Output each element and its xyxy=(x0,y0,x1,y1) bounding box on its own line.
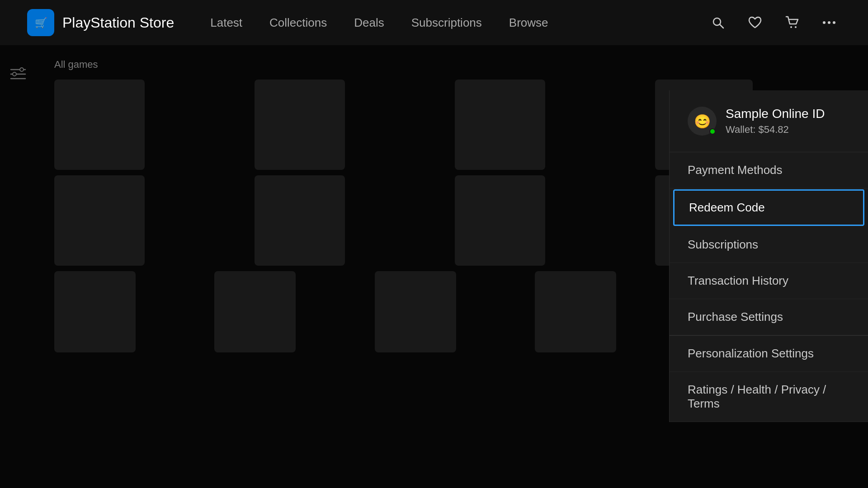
more-icon xyxy=(822,21,836,24)
avatar: 😊 xyxy=(688,107,717,136)
heart-icon xyxy=(748,16,762,29)
header: 🛒 PlayStation Store Latest Collections D… xyxy=(0,0,868,45)
svg-point-6 xyxy=(823,21,826,24)
tab-deals[interactable]: Deals xyxy=(354,12,384,33)
menu-item-redeem-code[interactable]: Redeem Code xyxy=(673,189,864,226)
search-icon xyxy=(711,16,725,29)
svg-point-8 xyxy=(833,21,835,24)
cart-icon xyxy=(785,16,799,29)
search-button[interactable] xyxy=(706,11,730,34)
dropdown-menu: 😊 Sample Online ID Wallet: $54.82 Paymen… xyxy=(669,90,868,422)
user-profile: 😊 Sample Online ID Wallet: $54.82 xyxy=(670,90,868,152)
nav-tabs: Latest Collections Deals Subscriptions B… xyxy=(210,12,706,33)
ps-logo: 🛒 xyxy=(27,9,54,36)
menu-item-purchase-settings[interactable]: Purchase Settings xyxy=(670,299,868,335)
more-button[interactable] xyxy=(817,11,841,34)
logo-area: 🛒 PlayStation Store xyxy=(27,9,174,36)
menu-item-transaction-history[interactable]: Transaction History xyxy=(670,263,868,299)
tab-browse[interactable]: Browse xyxy=(509,12,548,33)
svg-line-3 xyxy=(720,24,723,28)
svg-point-4 xyxy=(790,26,792,28)
tab-subscriptions[interactable]: Subscriptions xyxy=(411,12,482,33)
user-name: Sample Online ID xyxy=(726,107,825,121)
menu-item-ratings-health[interactable]: Ratings / Health / Privacy / Terms xyxy=(670,372,868,422)
store-title: PlayStation Store xyxy=(62,14,174,31)
svg-point-7 xyxy=(828,21,830,24)
tab-collections[interactable]: Collections xyxy=(269,12,327,33)
menu-item-payment-methods[interactable]: Payment Methods xyxy=(670,152,868,188)
header-icons xyxy=(706,11,841,34)
cart-button[interactable] xyxy=(780,11,804,34)
online-indicator xyxy=(709,128,716,135)
menu-item-personalization-settings[interactable]: Personalization Settings xyxy=(670,335,868,372)
main-content: All games 😊 xyxy=(0,45,868,488)
wishlist-button[interactable] xyxy=(743,11,767,34)
wallet-balance: Wallet: $54.82 xyxy=(726,124,825,136)
user-info: Sample Online ID Wallet: $54.82 xyxy=(726,107,825,136)
svg-text:🛒: 🛒 xyxy=(35,17,47,29)
tab-latest[interactable]: Latest xyxy=(210,12,242,33)
svg-point-5 xyxy=(795,26,797,28)
menu-item-subscriptions[interactable]: Subscriptions xyxy=(670,227,868,263)
